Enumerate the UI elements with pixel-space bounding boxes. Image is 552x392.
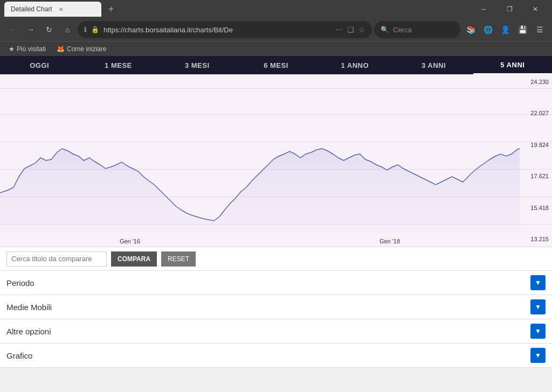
downloads-icon[interactable]: 💾: [514, 22, 530, 38]
browser-chrome: Detailed Chart ✕ + ─ ❐ ✕ ← → ↻ ⌂ ℹ 🔒 htt…: [0, 0, 552, 56]
bookmarks-bar: ★ Più visitati 🦊 Come iniziare: [0, 41, 552, 56]
close-button[interactable]: ✕: [523, 0, 548, 18]
period-6mesi[interactable]: 6 MESI: [237, 56, 315, 74]
pocket-icon[interactable]: ❏: [347, 25, 354, 34]
accordion-altre-arrow: ▼: [530, 324, 546, 339]
period-1mese[interactable]: 1 MESE: [79, 56, 157, 74]
search-bar[interactable]: 🔍 Cerca: [374, 21, 460, 38]
period-nav: OGGI 1 MESE 3 MESI 6 MESI 1 ANNO 3 ANNI …: [0, 56, 552, 74]
accordion-periodo-header[interactable]: Periodo ▼: [0, 271, 552, 295]
bookmark-start[interactable]: 🦊 Come iniziare: [52, 43, 111, 55]
y-label-4: 17.621: [521, 173, 551, 179]
period-5anni[interactable]: 5 ANNI: [473, 56, 552, 74]
accordion-periodo-label: Periodo: [6, 278, 34, 288]
restore-button[interactable]: ❐: [497, 0, 522, 18]
bookmark-label: Più visitati: [17, 45, 46, 53]
new-tab-button[interactable]: +: [104, 2, 119, 17]
chart-page: OGGI 1 MESE 3 MESI 6 MESI 1 ANNO 3 ANNI …: [0, 56, 552, 368]
y-axis-labels: 24.230 22.027 19.824 17.621 15.418 13.21…: [520, 74, 552, 247]
period-3anni[interactable]: 3 ANNI: [394, 56, 473, 74]
chart-area: [0, 149, 520, 232]
star-icon[interactable]: ☆: [358, 25, 365, 34]
bookmark-star-icon: ★: [9, 45, 15, 53]
accordion-grafico-header[interactable]: Grafico ▼: [0, 344, 552, 367]
y-label-5: 15.418: [521, 205, 551, 211]
back-button[interactable]: ←: [4, 22, 20, 38]
accordion-altre: Altre opzioni ▼: [0, 319, 552, 344]
accordion-grafico-arrow: ▼: [530, 348, 546, 363]
accordion-altre-label: Altre opzioni: [6, 327, 51, 336]
tab-title: Detailed Chart: [11, 5, 52, 13]
compare-input[interactable]: [6, 251, 107, 267]
tab-bar: Detailed Chart ✕ + ─ ❐ ✕: [0, 0, 552, 18]
open-menu-icon[interactable]: ☰: [532, 22, 548, 38]
accordion-grafico-label: Grafico: [6, 351, 32, 360]
chart-container: 24.230 22.027 19.824 17.621 15.418 13.21…: [0, 74, 552, 247]
x-label-gen16: Gen '16: [120, 238, 140, 244]
accordion-altre-header[interactable]: Altre opzioni ▼: [0, 319, 552, 343]
accordion-medie-arrow: ▼: [530, 299, 546, 314]
period-3mesi[interactable]: 3 MESI: [158, 56, 237, 74]
y-label-6: 13.215: [521, 236, 551, 242]
compare-bar: COMPARA RESET: [0, 247, 552, 270]
lock-icon: 🔒: [91, 26, 99, 33]
accordion-periodo: Periodo ▼: [0, 271, 552, 295]
more-options-icon[interactable]: ···: [336, 25, 343, 34]
firefox-icon: 🦊: [57, 45, 65, 53]
compara-button[interactable]: COMPARA: [111, 251, 157, 267]
period-1anno[interactable]: 1 ANNO: [315, 56, 394, 74]
reset-button[interactable]: RESET: [161, 251, 196, 267]
bookmark-start-label: Come iniziare: [67, 45, 106, 53]
accordion-medie-header[interactable]: Medie Mobili ▼: [0, 295, 552, 319]
period-oggi[interactable]: OGGI: [0, 56, 79, 74]
accordion-medie: Medie Mobili ▼: [0, 295, 552, 319]
accordion-periodo-arrow: ▼: [530, 275, 546, 290]
search-icon: 🔍: [381, 26, 389, 33]
tab-close-button[interactable]: ✕: [57, 5, 65, 13]
search-placeholder: Cerca: [393, 26, 412, 34]
info-icon: ℹ: [84, 26, 87, 33]
y-label-3: 19.824: [521, 142, 551, 148]
active-tab[interactable]: Detailed Chart ✕: [4, 2, 101, 17]
chart-svg: [0, 74, 520, 232]
y-label-1: 24.230: [521, 79, 551, 85]
library-icon[interactable]: 📚: [463, 22, 479, 38]
forward-button[interactable]: →: [23, 22, 39, 38]
minimize-button[interactable]: ─: [471, 0, 496, 18]
bookmark-visited[interactable]: ★ Più visitati: [4, 43, 50, 55]
url-text: https://charts.borsaitaliana.it/charts/B…: [104, 26, 332, 34]
firefox-account-icon[interactable]: 👤: [497, 22, 513, 38]
synced-tabs-icon[interactable]: 🌐: [480, 22, 496, 38]
accordion-medie-label: Medie Mobili: [6, 303, 52, 312]
toolbar-icons: 📚 🌐 👤 💾 ☰: [463, 22, 548, 38]
y-label-2: 22.027: [521, 110, 551, 116]
home-button[interactable]: ⌂: [59, 22, 75, 38]
x-axis-labels: Gen '16 Gen '18: [0, 238, 520, 244]
x-label-gen18: Gen '18: [380, 238, 400, 244]
accordion: Periodo ▼ Medie Mobili ▼ Altre opzioni ▼…: [0, 270, 552, 368]
nav-bar: ← → ↻ ⌂ ℹ 🔒 https://charts.borsaitaliana…: [0, 18, 552, 41]
refresh-button[interactable]: ↻: [41, 22, 57, 38]
address-bar[interactable]: ℹ 🔒 https://charts.borsaitaliana.it/char…: [78, 21, 372, 38]
accordion-grafico: Grafico ▼: [0, 344, 552, 368]
window-controls: ─ ❐ ✕: [471, 0, 548, 18]
